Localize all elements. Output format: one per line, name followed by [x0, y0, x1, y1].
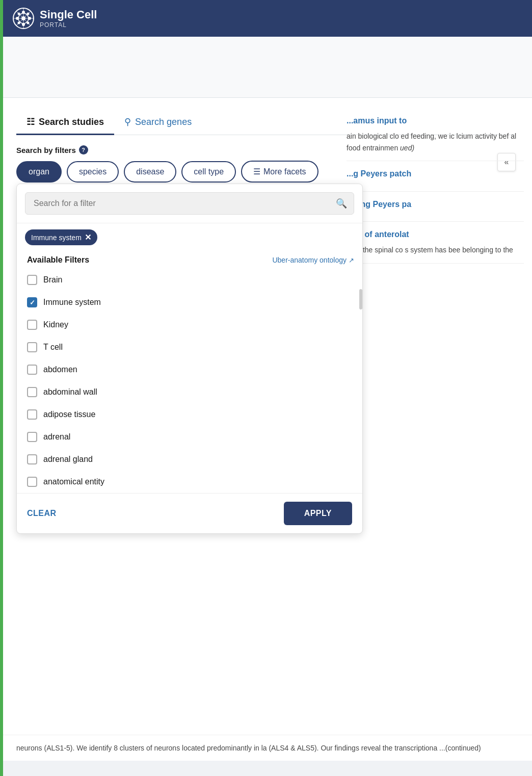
list-item[interactable]: Brain [25, 269, 354, 291]
article-title[interactable]: ...g Peyers patch [347, 168, 524, 179]
scrollbar-thumb [359, 289, 362, 309]
bottom-text: neurons (ALS1-5). We identify 8 clusters… [16, 744, 481, 752]
filter-btn-species[interactable]: species [67, 161, 119, 183]
tab-search-studies[interactable]: ☷ Search studies [16, 110, 114, 135]
filter-btn-more[interactable]: ☰ More facets [241, 161, 318, 183]
sliders-icon: ☰ [253, 167, 260, 176]
right-panel: ...amus input to ain biological clo ed f… [338, 98, 532, 274]
genes-icon: ⚲ [124, 116, 131, 127]
bottom-text-area: neurons (ALS1-5). We identify 8 clusters… [0, 735, 532, 761]
checkbox-kidney[interactable] [27, 320, 37, 330]
checkbox-adrenal[interactable] [27, 432, 37, 442]
list-item[interactable]: Immune system [25, 291, 354, 314]
ontology-link[interactable]: Uber-anatomy ontology ↗ [272, 256, 354, 264]
filters-header: Available Filters Uber-anatomy ontology … [17, 251, 362, 269]
list-item[interactable]: adrenal gland [25, 448, 354, 471]
list-item[interactable]: abdominal wall [25, 381, 354, 403]
apply-button[interactable]: APPLY [284, 502, 352, 525]
article-text: from the spinal co s system has bee belo… [347, 244, 524, 255]
search-icon: 🔍 [336, 198, 347, 209]
article-title[interactable]: ...ning Peyers pa [347, 199, 524, 210]
search-input-wrapper: 🔍 [25, 192, 354, 215]
checkbox-tcell[interactable] [27, 342, 37, 352]
remove-tag-icon[interactable]: ✕ [85, 232, 91, 242]
main-content: ☷ Search studies ⚲ Search genes Search b… [0, 98, 532, 761]
checkbox-anatomical[interactable] [27, 477, 37, 487]
article-card: ...es of anterolat from the spinal co s … [347, 222, 524, 264]
filters-list: Brain Immune system Kidney T cell abdome… [17, 269, 362, 493]
studies-icon: ☷ [26, 116, 35, 127]
tab-search-genes[interactable]: ⚲ Search genes [114, 110, 202, 135]
help-icon[interactable]: ? [79, 145, 88, 154]
list-item[interactable]: adipose tissue [25, 403, 354, 426]
header: Single Cell PORTAL [0, 0, 532, 37]
filter-btn-organ[interactable]: organ [16, 161, 62, 183]
list-item[interactable]: T cell [25, 336, 354, 358]
checkbox-adipose[interactable] [27, 409, 37, 420]
checkbox-brain[interactable] [27, 275, 37, 285]
filter-btn-disease[interactable]: disease [124, 161, 176, 183]
sub-header [0, 37, 532, 98]
article-title[interactable]: ...es of anterolat [347, 229, 524, 240]
checkbox-abdominalwall[interactable] [27, 387, 37, 397]
article-title[interactable]: ...amus input to [347, 115, 524, 126]
checkbox-immune[interactable] [27, 297, 37, 307]
logo-text: Single Cell PORTAL [40, 8, 97, 29]
list-item[interactable]: Kidney [25, 314, 354, 336]
filter-search-input[interactable] [25, 192, 354, 215]
dropdown-panel: 🔍 Immune system ✕ Available Filters Uber… [16, 184, 363, 534]
logo: Single Cell PORTAL [12, 7, 97, 30]
article-text: ain biological clo ed feeding, we ic lci… [347, 131, 524, 153]
active-tag-immune[interactable]: Immune system ✕ [25, 229, 97, 245]
article-card: ...g Peyers patch [347, 161, 524, 191]
article-card: ...amus input to ain biological clo ed f… [347, 108, 524, 161]
list-item[interactable]: adrenal [25, 426, 354, 448]
filter-btn-celltype[interactable]: cell type [181, 161, 236, 183]
external-link-icon: ↗ [349, 256, 354, 264]
dropdown-search-area: 🔍 [17, 184, 362, 223]
active-tags: Immune system ✕ [17, 223, 362, 251]
checkbox-adrenalgland[interactable] [27, 454, 37, 464]
logo-icon [12, 7, 35, 30]
checkbox-abdomen[interactable] [27, 365, 37, 375]
dropdown-footer: CLEAR APPLY [17, 493, 362, 533]
left-accent [0, 0, 3, 776]
list-item[interactable]: anatomical entity [25, 471, 354, 493]
clear-button[interactable]: CLEAR [27, 509, 57, 518]
list-item[interactable]: abdomen [25, 358, 354, 381]
article-card: ...ning Peyers pa [347, 192, 524, 222]
